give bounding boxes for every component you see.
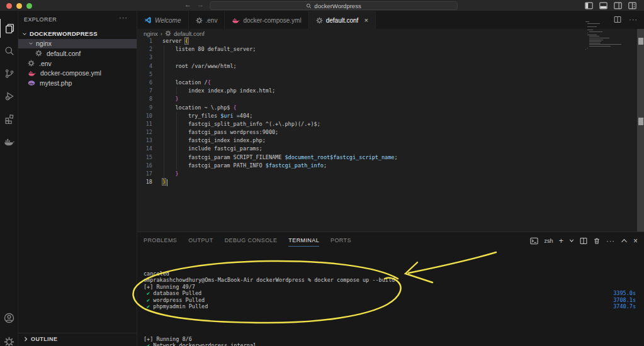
tree-item-label: nginx: [36, 40, 52, 47]
terminal-icon: [530, 237, 538, 245]
explorer-sidebar: EXPLORER ··· DOCKERWORDPRESSnginxdefault…: [18, 11, 137, 346]
docker-whale-icon: [4, 137, 14, 147]
close-window-button[interactable]: [6, 3, 12, 9]
terminal-line: canceled: [144, 271, 644, 277]
new-terminal-button[interactable]: +: [558, 236, 563, 245]
breadcrumb-file[interactable]: default.conf: [174, 30, 205, 37]
minimize-window-button[interactable]: [16, 3, 22, 9]
tab-label: default.conf: [326, 17, 359, 24]
scrollbar-mark: [638, 38, 643, 45]
editor-scrollbar[interactable]: [637, 29, 644, 232]
close-tab-icon[interactable]: ×: [364, 16, 368, 24]
code-line-11: 11 fastcgi_split_path_info ^(.+\.php)(/.…: [137, 120, 644, 128]
terminal-line: ✔ wordpress Pulled3708.1s: [144, 297, 644, 303]
terminal-line: ✔ phpmyadmin Pulled3740.7s: [144, 303, 644, 310]
activity-docker[interactable]: [0, 132, 18, 151]
pull-duration: 3708.1s: [613, 297, 636, 303]
gear-file-icon: [316, 17, 323, 24]
chevron-right-icon: [22, 335, 30, 343]
activity-run-debug[interactable]: [0, 87, 18, 106]
code-line-1: 1server {: [137, 37, 644, 45]
tree-item-default.conf[interactable]: default.conf: [18, 48, 137, 59]
tree-item-.env[interactable]: .env: [18, 59, 137, 69]
panel-tab-output[interactable]: OUTPUT: [188, 237, 213, 247]
code-line-12: 12 fastcgi_pass wordpress:9000;: [137, 128, 644, 137]
tree-item-docker-compose.yml[interactable]: docker-compose.yml: [18, 68, 137, 78]
activity-source-control[interactable]: [0, 64, 18, 83]
command-center-search[interactable]: dockerWordpress: [210, 1, 458, 10]
trash-icon[interactable]: [593, 237, 601, 245]
back-arrow-icon[interactable]: ←: [184, 1, 197, 8]
line-number: 16: [137, 162, 152, 170]
code-line-10: 10 try_files $uri =404;: [137, 112, 644, 120]
line-number: 18: [137, 178, 152, 186]
terminal-line: omprakashchowdhury@Oms-MacBook-Air docke…: [144, 277, 644, 283]
tree-item-mytest.php[interactable]: phpmytest.php: [18, 78, 137, 88]
panel-tab-problems[interactable]: PROBLEMS: [144, 237, 177, 247]
maximize-window-button[interactable]: [26, 3, 32, 9]
panel-tab-terminal[interactable]: TERMINAL: [288, 237, 319, 247]
bottom-panel: PROBLEMSOUTPUTDEBUG CONSOLETERMINALPORTS…: [137, 232, 644, 346]
chevron-down-icon: [21, 31, 28, 37]
toggle-sidebar-icon[interactable]: [585, 2, 593, 9]
split-terminal-icon[interactable]: [580, 237, 587, 245]
activity-account[interactable]: [0, 308, 18, 327]
activity-explorer[interactable]: [0, 19, 18, 38]
indent-guide: [164, 45, 164, 178]
activity-extensions[interactable]: [0, 109, 18, 128]
chevron-up-icon[interactable]: [621, 238, 628, 243]
outline-section[interactable]: OUTLINE: [18, 333, 137, 345]
tree-item-label: DOCKERWORDPRESS: [30, 30, 98, 37]
tree-item-label: .env: [39, 60, 52, 67]
customize-layout-icon[interactable]: [628, 2, 636, 9]
editor-more-actions-icon[interactable]: ···: [629, 16, 638, 23]
activity-bar: 1: [0, 11, 18, 346]
activity-settings[interactable]: 1: [0, 332, 18, 346]
close-panel-icon[interactable]: ×: [633, 237, 638, 245]
history-nav: ←→: [184, 1, 210, 8]
tab-docker-compose.yml[interactable]: docker-compose.yml: [225, 11, 308, 29]
tree-item-label: docker-compose.yml: [40, 69, 101, 77]
line-number: 1: [137, 37, 152, 45]
search-value: dockerWordpress: [314, 3, 361, 9]
gear-icon: [4, 337, 14, 346]
scrollbar-mark: [638, 118, 643, 125]
terminal-output[interactable]: canceledomprakashchowdhury@Oms-MacBook-A…: [144, 271, 644, 346]
tab-default.conf[interactable]: default.conf×: [309, 11, 376, 29]
tree-root-dockerwordpress[interactable]: DOCKERWORDPRESS: [18, 29, 137, 39]
panel-more-actions-icon[interactable]: ···: [606, 237, 615, 245]
forward-arrow-icon[interactable]: →: [197, 1, 210, 8]
php-file-icon: php: [28, 80, 35, 86]
pull-duration: 3740.7s: [613, 303, 636, 310]
line-number: 10: [137, 112, 152, 120]
explorer-more-actions-icon[interactable]: ···: [119, 14, 128, 21]
line-number: 2: [137, 45, 152, 53]
line-number: 17: [137, 170, 152, 178]
code-line-8: 8 }: [137, 95, 644, 103]
tab-welcome[interactable]: Welcome: [137, 11, 189, 29]
line-number: 4: [137, 62, 152, 70]
code-editor[interactable]: 1server {2 listen 80 default_server;34 r…: [137, 37, 644, 232]
tree-item-nginx[interactable]: nginx: [18, 39, 137, 49]
panel-tab-ports[interactable]: PORTS: [330, 237, 351, 247]
toggle-secondary-sidebar-icon[interactable]: [614, 2, 622, 9]
panel-tab-debug-console[interactable]: DEBUG CONSOLE: [225, 237, 278, 247]
chevron-down-icon[interactable]: [569, 238, 574, 243]
toggle-panel-icon[interactable]: [599, 2, 607, 9]
chevron-down-icon: [28, 40, 34, 47]
code-line-14: 14 include fastcgi_params;: [137, 145, 644, 153]
minimap[interactable]: [585, 21, 630, 51]
editor-area: Welcome.envdocker-compose.ymldefault.con…: [137, 11, 644, 232]
breadcrumb[interactable]: nginx › default.conf: [144, 29, 205, 38]
gear-file-icon: [196, 17, 203, 24]
tree-item-label: default.conf: [47, 50, 81, 57]
title-bar: ←→ dockerWordpress: [0, 0, 644, 11]
breadcrumb-folder[interactable]: nginx: [144, 30, 158, 37]
line-number: 6: [137, 79, 152, 87]
activity-search[interactable]: [0, 42, 18, 60]
terminal-line: [144, 316, 644, 323]
gear-icon: [165, 30, 171, 36]
tab-.env[interactable]: .env: [189, 11, 225, 29]
line-number: 14: [137, 145, 152, 153]
code-line-6: 6 location /{: [137, 79, 644, 87]
